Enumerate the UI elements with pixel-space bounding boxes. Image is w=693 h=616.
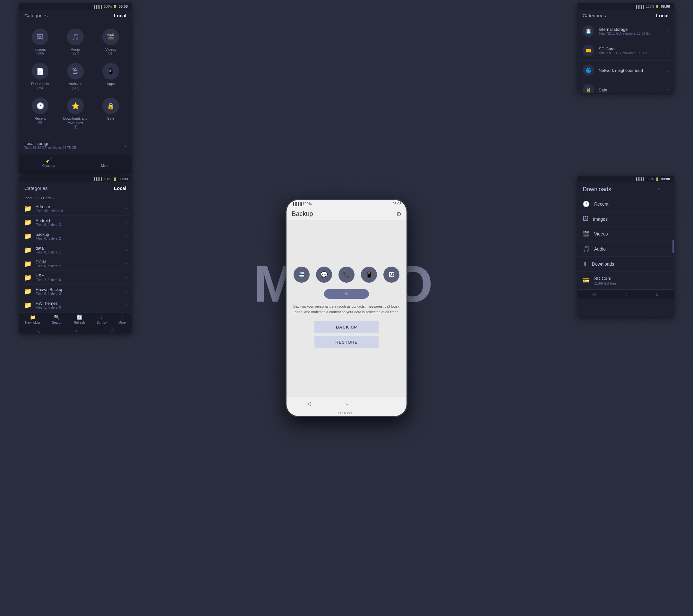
phone-settings-icon[interactable]: ⚙ (396, 211, 401, 218)
category-audio[interactable]: 🎵 Audio (227) (58, 25, 93, 58)
archives-label: Archives (69, 81, 82, 86)
audio-count: (227) (72, 52, 79, 55)
download-videos-row[interactable]: 🎬 Videos (577, 226, 674, 242)
file-chevron: › (126, 289, 127, 294)
images-count: (993) (36, 52, 44, 55)
safe-storage-icon: 🔒 (582, 84, 594, 93)
panel-header-bl: Categories Local (19, 182, 132, 194)
download-downloads-row[interactable]: ⬇ Downloads (577, 257, 674, 272)
back-btn-tl[interactable]: ◁ (37, 171, 40, 173)
category-archives[interactable]: 🗜 Archives (141) (58, 60, 93, 93)
internal-storage-row[interactable]: 💾 Internal storage Total: 32.00 GB, avai… (577, 21, 674, 41)
more-options-icon[interactable]: ⋮ (664, 186, 669, 193)
local-storage-title: Local storage (24, 141, 76, 146)
more-button-tl[interactable]: ⋮ More (101, 157, 108, 167)
audio-icon: 🎵 (67, 28, 84, 45)
category-recent[interactable]: 🕐 Recent (0) (23, 94, 57, 132)
recents-btn-tl[interactable]: □ (112, 171, 114, 173)
category-documents[interactable]: 📄 Documents (75) (23, 60, 57, 93)
more-button-bl[interactable]: ⋮ More (118, 314, 126, 324)
breadcrumb-sep1: › (34, 196, 35, 200)
recent-icon: 🕐 (32, 98, 48, 114)
status-bar-tr: ▐▐▐▐ 100% 🔋 08:08 (577, 3, 674, 9)
file-row[interactable]: 📁 HuaweiBackup Files: 0, folders: 3 › (19, 284, 132, 298)
file-meta: Files: 1, folders: 0 (36, 306, 122, 309)
restore-button[interactable]: RESTORE (314, 336, 379, 349)
videos-count: (31) (108, 52, 114, 55)
recent-section-icon: 🕐 (582, 200, 590, 207)
phone-screen: ▐▐▐▐ 100% 08:08 Backup ⚙ 📇 💬 📞 📱 🖼 👁 Bac… (286, 200, 407, 416)
categories-title-tr[interactable]: Categories (582, 13, 606, 18)
list-view-icon[interactable]: ≡ (657, 186, 660, 193)
network-chevron: › (667, 68, 669, 73)
breadcrumb-sdcard[interactable]: SD Card (37, 196, 51, 200)
download-recent-row[interactable]: 🕐 Recent (577, 197, 674, 212)
category-apps[interactable]: 📱 Apps (94, 60, 128, 93)
cleanup-icon-tl: 🧹 (45, 157, 52, 163)
file-info: data Files: 0, folders: 1 (36, 246, 122, 254)
sd-card-row[interactable]: 💳 SD Card Total: 59.62 GB, available: 11… (577, 41, 674, 61)
download-images-row[interactable]: 🖼 Images (577, 212, 674, 226)
file-row[interactable]: 📁 HRY Files: 2, folders: 0 › (19, 271, 132, 284)
categories-panel-top-left: ▐▐▐▐ 100% 🔋 08:08 Categories Local 🖼 Ima… (19, 3, 132, 173)
file-meta: Files: 0, folders: 2 (36, 237, 122, 240)
home-btn-bl[interactable]: ○ (75, 328, 77, 333)
cleanup-label-tl: Clean up (42, 164, 55, 167)
file-row[interactable]: 📁 Adresar Files: 85, folders: 0 › (19, 202, 132, 216)
file-meta: Files: 0, folders: 2 (36, 264, 122, 268)
refresh-button[interactable]: 🔄 Refresh (74, 314, 85, 324)
file-row[interactable]: 📁 data Files: 0, folders: 1 › (19, 243, 132, 257)
search-label: Search (52, 321, 62, 324)
category-videos[interactable]: 🎬 Videos (31) (94, 25, 128, 58)
category-downloads-favs[interactable]: ⭐ Downloads and favourites (1) (58, 94, 93, 132)
back-btn-br[interactable]: ◁ (592, 292, 595, 297)
local-storage-detail: Total: 91.62 GB, available: 28.75 GB (24, 146, 76, 150)
downloads-title: Downloads (582, 186, 611, 193)
category-safe[interactable]: 🔒 Safe (94, 94, 128, 132)
backup-icon-5: 🖼 (383, 266, 399, 283)
download-audio-row[interactable]: 🎵 Audio (577, 242, 674, 257)
nav-bar-br: ◁ ○ □ (577, 290, 674, 299)
phone-home-btn[interactable]: ○ (345, 401, 349, 406)
cleanup-button-tl[interactable]: 🧹 Clean up (42, 157, 55, 167)
network-row[interactable]: 🌐 Network neighbourhood › (577, 61, 674, 80)
back-btn-bl[interactable]: ◁ (37, 328, 40, 333)
phone-signal: ▐▐▐▐ 100% (292, 202, 312, 206)
phone-content: 📇 💬 📞 📱 🖼 👁 Back up your personal data (… (286, 220, 407, 397)
folder-icon: 📁 (24, 287, 32, 295)
local-title-bl[interactable]: Local (114, 185, 126, 191)
file-info: HuaweiBackup Files: 0, folders: 3 (36, 287, 122, 296)
categories-title-bl[interactable]: Categories (24, 185, 48, 191)
search-button[interactable]: 🔍 Search (52, 314, 62, 324)
sd-card-info: SD Card Total: 59.62 GB, available: 11.8… (599, 46, 662, 55)
file-row[interactable]: 📁 backup Files: 0, folders: 2 › (19, 230, 132, 243)
download-sdcard-row[interactable]: 💳 SD Card 11.86 GB free (577, 272, 674, 290)
file-row[interactable]: 📁 Android Files: 0, folders: 3 › (19, 216, 132, 230)
local-title-tr[interactable]: Local (656, 13, 669, 18)
local-storage-row[interactable]: Local storage Total: 91.62 GB, available… (19, 137, 132, 153)
status-bar-bl: ▐▐▐▐ 100% 🔋 08:08 (19, 176, 132, 182)
categories-title-tl[interactable]: Categories (24, 13, 48, 18)
back-up-button[interactable]: BACK UP (314, 321, 379, 333)
network-icon: 🌐 (582, 64, 594, 76)
local-title-tl[interactable]: Local (114, 13, 126, 18)
sort-button[interactable]: ↕ Sort by (97, 315, 107, 324)
phone-recents-btn[interactable]: □ (383, 401, 386, 406)
archives-icon: 🗜 (67, 63, 84, 80)
internal-storage-name: Internal storage (599, 27, 662, 32)
home-btn-br[interactable]: ○ (625, 292, 627, 297)
sort-label: Sort by (97, 321, 107, 324)
safe-storage-row[interactable]: 🔒 Safe › (577, 80, 674, 93)
recents-btn-bl[interactable]: □ (112, 328, 114, 333)
recents-btn-br[interactable]: □ (656, 292, 659, 297)
home-btn-tl[interactable]: ○ (75, 171, 77, 173)
new-folder-button[interactable]: 📁 New folder (25, 314, 40, 324)
nav-bar-bl: ◁ ○ □ (19, 326, 132, 333)
panel-bottom-bar-tl: 🧹 Clean up ⋮ More (19, 155, 132, 170)
phone-back-btn[interactable]: ◁ (307, 400, 311, 406)
breadcrumb-local[interactable]: Local (24, 196, 32, 200)
file-row[interactable]: 📁 DCIM Files: 0, folders: 2 › (19, 257, 132, 271)
file-chevron: › (126, 303, 127, 307)
category-images[interactable]: 🖼 Images (993) (23, 25, 57, 58)
file-row[interactable]: 📁 HWThemes Files: 1, folders: 0 › (19, 298, 132, 312)
